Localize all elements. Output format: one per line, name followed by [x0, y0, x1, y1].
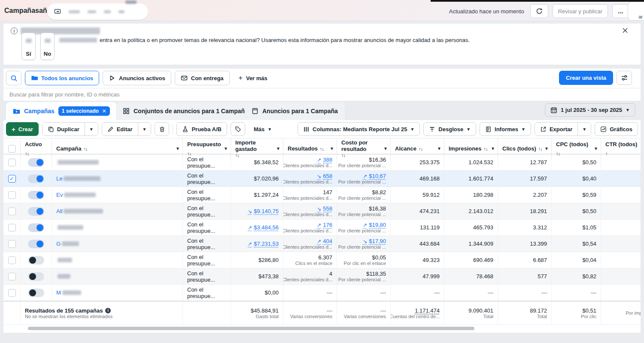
refresh-button[interactable]	[530, 4, 548, 18]
active-toggle[interactable]	[28, 175, 44, 183]
table-row[interactable]: G Con el presupue... ↗$7.231,53 ↗404Clie…	[3, 236, 641, 252]
chevron-down-icon[interactable]: ▼	[176, 147, 180, 152]
row-checkbox[interactable]	[8, 273, 16, 280]
cost-cell[interactable]: ↗$19,80	[363, 222, 386, 228]
header-results[interactable]: Resultados↑↓▼	[283, 138, 337, 159]
create-view-button[interactable]: Crear una vista	[559, 71, 613, 85]
chevron-down-icon[interactable]: ▼	[276, 147, 280, 152]
campaign-name[interactable]	[56, 225, 83, 230]
active-toggle[interactable]	[28, 256, 44, 265]
chevron-down-icon[interactable]: ▼	[224, 147, 228, 152]
export-dropdown[interactable]: ▼	[577, 123, 591, 135]
spent-cell[interactable]: ↘$9.140,75	[248, 208, 279, 214]
campaign-name[interactable]: M	[56, 289, 81, 296]
tab-adsets[interactable]: Conjuntos de anuncios para 1 Campaña	[116, 102, 255, 120]
cost-cell[interactable]: ↗$10,67	[363, 173, 386, 179]
campaign-name[interactable]: Le	[56, 175, 100, 182]
spent-cell[interactable]: ↗$3.484,56	[248, 224, 279, 231]
active-toggle[interactable]	[28, 223, 44, 232]
columns-button[interactable]: Columnas: Mediants Reporte Jul 25▼	[298, 122, 420, 136]
table-row[interactable]: Con el presupue... $473,38 4Clientes pot…	[3, 268, 641, 285]
campaign-name[interactable]: G	[56, 241, 79, 247]
select-all-checkbox[interactable]	[8, 145, 16, 153]
header-reach[interactable]: Alcance↑↓▼	[391, 138, 444, 159]
tag-button[interactable]	[231, 122, 245, 136]
campaign-name[interactable]	[56, 160, 99, 165]
table-row[interactable]: All Con el presupue... ↘$9.140,75 ↘558Cl…	[3, 203, 641, 220]
info-icon[interactable]: i	[105, 308, 111, 313]
results-cell[interactable]: ↗404	[317, 238, 332, 244]
table-row[interactable]: Ev Con el presupue... $1.297,24 147Clien…	[3, 187, 641, 203]
chevron-down-icon[interactable]: ▼	[491, 147, 495, 152]
row-checkbox[interactable]	[8, 208, 16, 215]
review-publish-button[interactable]: Revisar y publicar	[553, 4, 608, 18]
active-toggle[interactable]	[28, 272, 44, 281]
horizontal-scrollbar[interactable]	[28, 327, 474, 330]
row-checkbox[interactable]	[8, 240, 16, 248]
table-row[interactable]: Con el presupue... ↗$3.484,56 ↗176Client…	[3, 220, 641, 236]
spent-cell[interactable]: ↗$7.231,53	[248, 241, 279, 247]
breakdown-button[interactable]: Desglose▼	[423, 122, 476, 136]
filter-with-delivery[interactable]: Con entrega	[175, 71, 230, 85]
header-clicks[interactable]: Clics (todos)↑↓▼	[498, 138, 552, 159]
yes-button[interactable]: Sí	[21, 33, 36, 60]
filter-all-ads[interactable]: Todos los anuncios	[25, 71, 99, 85]
search-filter-button[interactable]	[6, 71, 21, 85]
chevron-down-icon[interactable]: ▼	[544, 147, 549, 152]
date-range-picker[interactable]: 1 jul 2025 - 30 sep 2025 ▼	[545, 103, 635, 117]
clear-selection-icon[interactable]: ✕	[102, 108, 106, 114]
active-toggle[interactable]	[28, 158, 44, 167]
duplicate-button[interactable]: Duplicar	[43, 123, 85, 135]
campaign-name[interactable]	[56, 258, 72, 262]
active-toggle[interactable]	[28, 207, 44, 216]
chevron-down-icon[interactable]: ▼	[330, 147, 334, 152]
header-campaign[interactable]: Campaña↑↓▼	[52, 138, 183, 159]
header-impressions[interactable]: Impresiones↑↓▼	[444, 138, 498, 159]
row-checkbox[interactable]	[8, 159, 16, 166]
chevron-down-icon[interactable]: ▼	[383, 147, 388, 152]
results-cell[interactable]: ↘558	[317, 205, 332, 212]
row-checkbox[interactable]	[8, 289, 16, 297]
chevron-down-icon[interactable]: ▼	[594, 147, 598, 152]
ab-test-button[interactable]: Prueba A/B	[176, 122, 227, 136]
header-cost-per-result[interactable]: Costo por resultado↑↓▼	[337, 138, 391, 159]
duplicate-dropdown[interactable]: ▼	[85, 123, 98, 135]
more-button[interactable]: Más▼	[249, 122, 277, 136]
close-icon[interactable]	[622, 27, 629, 35]
campaign-name[interactable]: Ev	[56, 192, 96, 198]
filter-settings-button[interactable]	[617, 71, 632, 85]
no-button[interactable]: No	[40, 33, 55, 60]
more-options-button[interactable]: …	[612, 4, 629, 18]
results-cell[interactable]: ↘658	[317, 173, 332, 179]
header-active[interactable]: Activo↑↓	[21, 138, 52, 159]
chevron-down-icon[interactable]: ▼	[437, 147, 441, 152]
cost-cell[interactable]: ↘$17,90	[363, 238, 386, 244]
results-cell[interactable]: ↗176	[317, 222, 332, 228]
create-button[interactable]: +Crear	[6, 122, 39, 136]
row-checkbox[interactable]: ✓	[8, 175, 16, 183]
table-row[interactable]: Con el presupue... $286,80 6.307Clics en…	[3, 252, 641, 268]
table-row[interactable]: M Con el presupue... $0,00 — — — — — —	[3, 285, 641, 301]
filter-active-ads[interactable]: Anuncios activos	[103, 71, 171, 85]
campaign-name[interactable]: All	[56, 208, 103, 214]
total-reach[interactable]: 1.171.474	[415, 307, 440, 314]
search-input[interactable]	[3, 88, 641, 101]
edit-button[interactable]: Editar	[102, 123, 138, 135]
campaign-name[interactable]	[56, 274, 70, 279]
header-ctr[interactable]: CTR (todos)↑	[601, 138, 641, 159]
active-toggle[interactable]	[28, 289, 44, 297]
row-checkbox[interactable]	[8, 191, 16, 199]
reports-button[interactable]: Informes▼	[480, 122, 531, 136]
active-toggle[interactable]	[28, 191, 44, 199]
see-more-filters[interactable]: +Ver más	[233, 71, 273, 85]
header-cpc[interactable]: CPC (todos)↑↓▼	[552, 138, 601, 159]
row-checkbox[interactable]	[8, 224, 16, 232]
table-row-selected[interactable]: ✓ Le Con el presupue... $7.020,96 ↘658Cl…	[3, 171, 641, 187]
active-toggle[interactable]	[28, 240, 44, 248]
charts-button[interactable]: Gráficos	[595, 122, 638, 136]
tab-campaigns[interactable]: Campañas 1 seleccionado✕	[6, 102, 117, 120]
header-budget[interactable]: Presupuesto↑↓▼	[183, 138, 231, 159]
edit-dropdown[interactable]: ▼	[138, 123, 151, 135]
header-spent[interactable]: Importe gastado↑↓▼	[231, 138, 283, 159]
tab-ads[interactable]: Anuncios para 1 Campaña	[245, 102, 345, 120]
